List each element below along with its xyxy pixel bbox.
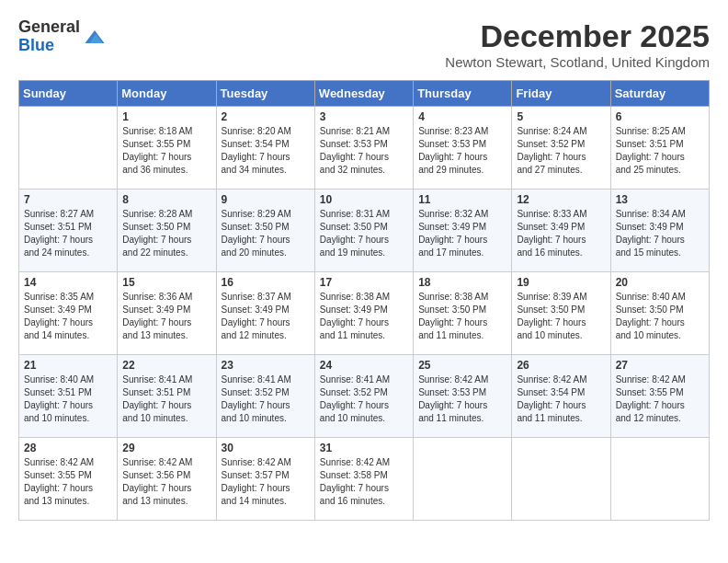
- day-number: 23: [222, 359, 310, 372]
- calendar-cell: 9Sunrise: 8:29 AM Sunset: 3:50 PM Daylig…: [216, 190, 314, 272]
- day-number: 6: [616, 110, 704, 123]
- day-info: Sunrise: 8:23 AM Sunset: 3:53 PM Dayligh…: [418, 125, 506, 177]
- calendar-header-row: SundayMondayTuesdayWednesdayThursdayFrid…: [19, 81, 710, 107]
- header-day-tuesday: Tuesday: [216, 81, 314, 107]
- calendar-cell: 19Sunrise: 8:39 AM Sunset: 3:50 PM Dayli…: [512, 272, 610, 355]
- day-info: Sunrise: 8:42 AM Sunset: 3:55 PM Dayligh…: [616, 373, 704, 425]
- header-day-wednesday: Wednesday: [314, 81, 413, 107]
- day-info: Sunrise: 8:36 AM Sunset: 3:49 PM Dayligh…: [122, 291, 210, 342]
- header-day-monday: Monday: [118, 81, 216, 107]
- day-number: 19: [517, 276, 605, 289]
- day-number: 3: [320, 110, 408, 123]
- day-number: 7: [24, 193, 112, 206]
- location-subtitle: Newton Stewart, Scotland, United Kingdom: [445, 54, 710, 70]
- calendar-cell: 14Sunrise: 8:35 AM Sunset: 3:49 PM Dayli…: [19, 272, 118, 355]
- header-day-thursday: Thursday: [414, 81, 512, 107]
- calendar-cell: 2Sunrise: 8:20 AM Sunset: 3:54 PM Daylig…: [216, 107, 314, 190]
- calendar-cell: 30Sunrise: 8:42 AM Sunset: 3:57 PM Dayli…: [216, 438, 314, 521]
- day-number: 16: [222, 276, 310, 289]
- day-number: 30: [222, 442, 310, 454]
- calendar-week-4: 21Sunrise: 8:40 AM Sunset: 3:51 PM Dayli…: [19, 355, 710, 438]
- calendar-cell: 16Sunrise: 8:37 AM Sunset: 3:49 PM Dayli…: [216, 272, 314, 355]
- day-number: 27: [616, 359, 704, 372]
- calendar-cell: 29Sunrise: 8:42 AM Sunset: 3:56 PM Dayli…: [118, 438, 216, 521]
- calendar-cell: 8Sunrise: 8:28 AM Sunset: 3:50 PM Daylig…: [118, 190, 216, 272]
- calendar-cell: 10Sunrise: 8:31 AM Sunset: 3:50 PM Dayli…: [314, 190, 413, 272]
- day-info: Sunrise: 8:42 AM Sunset: 3:58 PM Dayligh…: [320, 456, 408, 508]
- page-header: General Blue December 2025 Newton Stewar…: [9, 9, 719, 75]
- day-info: Sunrise: 8:38 AM Sunset: 3:49 PM Dayligh…: [320, 291, 408, 342]
- day-info: Sunrise: 8:40 AM Sunset: 3:51 PM Dayligh…: [24, 373, 112, 425]
- day-info: Sunrise: 8:38 AM Sunset: 3:50 PM Dayligh…: [418, 291, 506, 342]
- day-info: Sunrise: 8:39 AM Sunset: 3:50 PM Dayligh…: [517, 291, 605, 342]
- day-number: 20: [616, 276, 704, 289]
- day-info: Sunrise: 8:28 AM Sunset: 3:50 PM Dayligh…: [122, 208, 210, 259]
- day-info: Sunrise: 8:41 AM Sunset: 3:51 PM Dayligh…: [122, 373, 210, 425]
- day-info: Sunrise: 8:34 AM Sunset: 3:49 PM Dayligh…: [616, 208, 704, 259]
- calendar-cell: 17Sunrise: 8:38 AM Sunset: 3:49 PM Dayli…: [314, 272, 413, 355]
- calendar-week-5: 28Sunrise: 8:42 AM Sunset: 3:55 PM Dayli…: [19, 438, 710, 521]
- day-number: 4: [418, 110, 506, 123]
- calendar-cell: 13Sunrise: 8:34 AM Sunset: 3:49 PM Dayli…: [610, 190, 709, 272]
- logo-icon: [82, 24, 108, 50]
- day-info: Sunrise: 8:21 AM Sunset: 3:53 PM Dayligh…: [320, 125, 408, 177]
- day-info: Sunrise: 8:31 AM Sunset: 3:50 PM Dayligh…: [320, 208, 408, 259]
- day-number: 12: [517, 193, 605, 206]
- header-day-friday: Friday: [512, 81, 610, 107]
- calendar-cell: 18Sunrise: 8:38 AM Sunset: 3:50 PM Dayli…: [414, 272, 512, 355]
- calendar-cell: 1Sunrise: 8:18 AM Sunset: 3:55 PM Daylig…: [118, 107, 216, 190]
- day-info: Sunrise: 8:24 AM Sunset: 3:52 PM Dayligh…: [517, 125, 605, 177]
- title-block: December 2025 Newton Stewart, Scotland, …: [445, 18, 710, 70]
- day-number: 9: [222, 193, 310, 206]
- day-number: 2: [222, 110, 310, 123]
- calendar-cell: [512, 438, 610, 521]
- calendar-cell: 25Sunrise: 8:42 AM Sunset: 3:53 PM Dayli…: [414, 355, 512, 438]
- calendar-cell: 3Sunrise: 8:21 AM Sunset: 3:53 PM Daylig…: [314, 107, 413, 190]
- logo: General Blue: [18, 18, 108, 55]
- header-day-sunday: Sunday: [19, 81, 118, 107]
- day-info: Sunrise: 8:42 AM Sunset: 3:55 PM Dayligh…: [24, 456, 112, 508]
- day-info: Sunrise: 8:41 AM Sunset: 3:52 PM Dayligh…: [320, 373, 408, 425]
- day-info: Sunrise: 8:27 AM Sunset: 3:51 PM Dayligh…: [24, 208, 112, 259]
- day-number: 22: [122, 359, 210, 372]
- calendar-week-1: 1Sunrise: 8:18 AM Sunset: 3:55 PM Daylig…: [19, 107, 710, 190]
- day-number: 17: [320, 276, 408, 289]
- day-number: 24: [320, 359, 408, 372]
- calendar-cell: 22Sunrise: 8:41 AM Sunset: 3:51 PM Dayli…: [118, 355, 216, 438]
- day-number: 31: [320, 442, 408, 454]
- day-info: Sunrise: 8:37 AM Sunset: 3:49 PM Dayligh…: [222, 291, 310, 342]
- day-number: 26: [517, 359, 605, 372]
- calendar-cell: 4Sunrise: 8:23 AM Sunset: 3:53 PM Daylig…: [414, 107, 512, 190]
- calendar-cell: [19, 107, 118, 190]
- day-info: Sunrise: 8:41 AM Sunset: 3:52 PM Dayligh…: [222, 373, 310, 425]
- day-info: Sunrise: 8:42 AM Sunset: 3:53 PM Dayligh…: [418, 373, 506, 425]
- day-number: 21: [24, 359, 112, 372]
- calendar-cell: 5Sunrise: 8:24 AM Sunset: 3:52 PM Daylig…: [512, 107, 610, 190]
- day-number: 28: [24, 442, 112, 454]
- logo-general: General: [18, 17, 80, 36]
- calendar-cell: [414, 438, 512, 521]
- day-info: Sunrise: 8:20 AM Sunset: 3:54 PM Dayligh…: [222, 125, 310, 177]
- day-number: 15: [122, 276, 210, 289]
- header-day-saturday: Saturday: [610, 81, 709, 107]
- calendar-week-3: 14Sunrise: 8:35 AM Sunset: 3:49 PM Dayli…: [19, 272, 710, 355]
- day-info: Sunrise: 8:25 AM Sunset: 3:51 PM Dayligh…: [616, 125, 704, 177]
- day-number: 13: [616, 193, 704, 206]
- day-info: Sunrise: 8:40 AM Sunset: 3:50 PM Dayligh…: [616, 291, 704, 342]
- calendar-cell: 15Sunrise: 8:36 AM Sunset: 3:49 PM Dayli…: [118, 272, 216, 355]
- day-number: 25: [418, 359, 506, 372]
- calendar-week-2: 7Sunrise: 8:27 AM Sunset: 3:51 PM Daylig…: [19, 190, 710, 272]
- month-year-title: December 2025: [445, 18, 710, 54]
- calendar-cell: [610, 438, 709, 521]
- calendar-cell: 27Sunrise: 8:42 AM Sunset: 3:55 PM Dayli…: [610, 355, 709, 438]
- calendar-cell: 26Sunrise: 8:42 AM Sunset: 3:54 PM Dayli…: [512, 355, 610, 438]
- day-number: 29: [122, 442, 210, 454]
- logo-blue: Blue: [18, 36, 54, 54]
- day-info: Sunrise: 8:32 AM Sunset: 3:49 PM Dayligh…: [418, 208, 506, 259]
- calendar-cell: 21Sunrise: 8:40 AM Sunset: 3:51 PM Dayli…: [19, 355, 118, 438]
- day-info: Sunrise: 8:33 AM Sunset: 3:49 PM Dayligh…: [517, 208, 605, 259]
- day-info: Sunrise: 8:35 AM Sunset: 3:49 PM Dayligh…: [24, 291, 112, 342]
- calendar-cell: 7Sunrise: 8:27 AM Sunset: 3:51 PM Daylig…: [19, 190, 118, 272]
- day-number: 11: [418, 193, 506, 206]
- calendar-cell: 12Sunrise: 8:33 AM Sunset: 3:49 PM Dayli…: [512, 190, 610, 272]
